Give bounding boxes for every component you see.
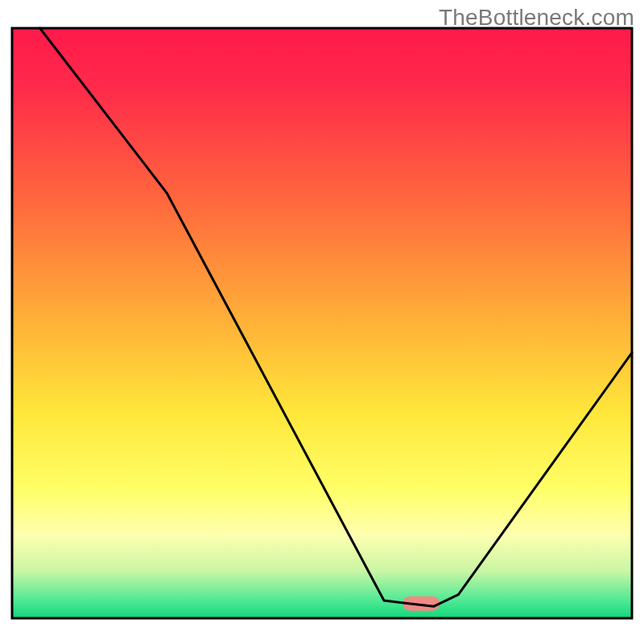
watermark-text: TheBottleneck.com	[439, 5, 634, 31]
gradient-background	[12, 28, 632, 618]
bottleneck-chart	[0, 0, 644, 644]
